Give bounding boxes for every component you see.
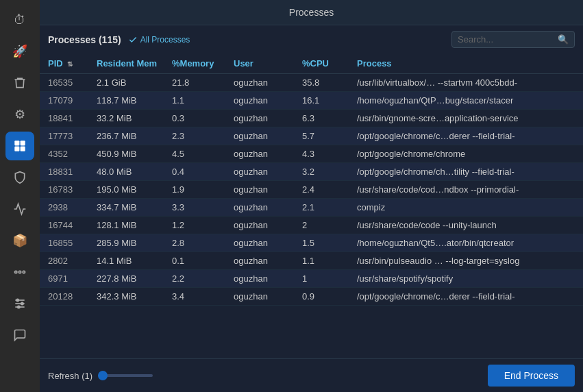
col-header-process[interactable]: Process	[351, 53, 583, 74]
table-row[interactable]: 17079 118.7 MiB 1.1 oguzhan 16.1 /home/o…	[40, 92, 583, 110]
col-header-user[interactable]: User	[228, 53, 297, 74]
cell-memperc: 0.1	[166, 252, 228, 270]
cell-process: /usr/bin/pulseaudio … --log-target=syslo…	[351, 252, 583, 270]
table-row[interactable]: 16744 128.1 MiB 1.2 oguzhan 2 /usr/share…	[40, 217, 583, 234]
cell-pid: 4352	[40, 145, 91, 163]
cell-process: /home/oguzhan/Qt5….ator/bin/qtcreator	[351, 234, 583, 252]
cell-pid: 18841	[40, 110, 91, 127]
table-container[interactable]: PID ⇅ Resident Mem %Memory User %CPU Pro…	[40, 53, 583, 358]
svg-point-9	[18, 306, 20, 308]
cell-cpu: 1	[297, 270, 351, 288]
cell-cpu: 35.8	[297, 74, 351, 92]
refresh-slider[interactable]	[98, 374, 153, 377]
cell-memperc: 2.3	[166, 127, 228, 145]
end-process-button[interactable]: End Process	[488, 365, 575, 387]
sidebar-item-dashboard[interactable]: ⏱	[5, 5, 34, 34]
cell-mem: 227.8 MiB	[91, 270, 166, 288]
cell-process: /usr/bin/gnome-scre…application-service	[351, 110, 583, 127]
cell-mem: 342.3 MiB	[91, 288, 166, 306]
table-row[interactable]: 16855 285.9 MiB 2.8 oguzhan 1.5 /home/og…	[40, 234, 583, 252]
sidebar-item-startup[interactable]: 🚀	[5, 37, 34, 66]
cell-user: oguzhan	[228, 127, 297, 145]
table-row[interactable]: 2938 334.7 MiB 3.3 oguzhan 2.1 compiz	[40, 199, 583, 217]
cell-cpu: 2.1	[297, 199, 351, 217]
cell-process: /opt/google/chrome/c…derer --field-trial…	[351, 288, 583, 306]
cell-mem: 48.0 MiB	[91, 163, 166, 181]
svg-rect-1	[21, 141, 25, 146]
cell-memperc: 4.5	[166, 145, 228, 163]
table-row[interactable]: 18831 48.0 MiB 0.4 oguzhan 3.2 /opt/goog…	[40, 163, 583, 181]
cell-user: oguzhan	[228, 270, 297, 288]
cell-mem: 334.7 MiB	[91, 199, 166, 217]
sidebar-item-settings[interactable]: ⚙	[5, 100, 34, 129]
cell-user: oguzhan	[228, 217, 297, 234]
sidebar-item-menu[interactable]	[5, 258, 34, 286]
toolbar: Processes (115) All Processes 🔍	[40, 25, 583, 53]
table-header-row: PID ⇅ Resident Mem %Memory User %CPU Pro…	[40, 53, 583, 74]
svg-rect-2	[15, 147, 20, 151]
cell-user: oguzhan	[228, 74, 297, 92]
cell-process: compiz	[351, 199, 583, 217]
cell-pid: 16855	[40, 234, 91, 252]
cell-cpu: 4.3	[297, 145, 351, 163]
sidebar-item-messages[interactable]	[5, 321, 34, 350]
table-row[interactable]: 6971 227.8 MiB 2.2 oguzhan 1 /usr/share/…	[40, 270, 583, 288]
cell-user: oguzhan	[228, 288, 297, 306]
cell-process: /usr/share/code/cod…ndbox --primordial-	[351, 181, 583, 199]
search-input[interactable]	[458, 34, 554, 45]
cell-user: oguzhan	[228, 234, 297, 252]
cell-memperc: 0.4	[166, 163, 228, 181]
sidebar-item-packages[interactable]: 📦	[5, 226, 34, 255]
cell-memperc: 0.3	[166, 110, 228, 127]
cell-pid: 17079	[40, 92, 91, 110]
search-box[interactable]: 🔍	[451, 31, 575, 48]
sidebar-item-security[interactable]	[5, 163, 34, 192]
table-row[interactable]: 20128 342.3 MiB 3.4 oguzhan 0.9 /opt/goo…	[40, 288, 583, 306]
svg-point-8	[21, 302, 23, 304]
page-title: Processes	[289, 7, 334, 18]
table-row[interactable]: 16535 2.1 GiB 21.8 oguzhan 35.8 /usr/lib…	[40, 74, 583, 92]
table-row[interactable]: 17773 236.7 MiB 2.3 oguzhan 5.7 /opt/goo…	[40, 127, 583, 145]
cell-cpu: 0.9	[297, 288, 351, 306]
svg-rect-0	[15, 141, 20, 146]
toolbar-left: Processes (115) All Processes	[48, 34, 190, 45]
sidebar-item-cleaner[interactable]	[5, 69, 34, 97]
sidebar-item-controls[interactable]	[5, 289, 34, 318]
cell-cpu: 1.5	[297, 234, 351, 252]
col-header-cpu[interactable]: %CPU	[297, 53, 351, 74]
table-row[interactable]: 16783 195.0 MiB 1.9 oguzhan 2.4 /usr/sha…	[40, 181, 583, 199]
title-bar: Processes	[40, 0, 583, 25]
search-icon: 🔍	[558, 34, 569, 45]
cell-pid: 16783	[40, 181, 91, 199]
table-row[interactable]: 2802 14.1 MiB 0.1 oguzhan 1.1 /usr/bin/p…	[40, 252, 583, 270]
refresh-section: Refresh (1)	[48, 371, 153, 381]
cell-memperc: 1.2	[166, 217, 228, 234]
table-row[interactable]: 18841 33.2 MiB 0.3 oguzhan 6.3 /usr/bin/…	[40, 110, 583, 127]
cell-pid: 2802	[40, 252, 91, 270]
cell-pid: 16744	[40, 217, 91, 234]
cell-cpu: 3.2	[297, 163, 351, 181]
cell-process: /usr/share/code/code --unity-launch	[351, 217, 583, 234]
main-content: Processes Processes (115) All Processes …	[40, 0, 583, 392]
cell-pid: 18831	[40, 163, 91, 181]
cell-memperc: 2.2	[166, 270, 228, 288]
table-row[interactable]: 4352 450.9 MiB 4.5 oguzhan 4.3 /opt/goog…	[40, 145, 583, 163]
cell-cpu: 16.1	[297, 92, 351, 110]
cell-user: oguzhan	[228, 92, 297, 110]
cell-mem: 33.2 MiB	[91, 110, 166, 127]
cell-pid: 6971	[40, 270, 91, 288]
refresh-label: Refresh (1)	[48, 371, 92, 381]
sidebar-item-stats[interactable]	[5, 195, 34, 223]
col-header-memperc[interactable]: %Memory	[166, 53, 228, 74]
cell-mem: 195.0 MiB	[91, 181, 166, 199]
cell-memperc: 1.1	[166, 92, 228, 110]
cell-cpu: 2.4	[297, 181, 351, 199]
sidebar-item-processes[interactable]	[5, 132, 34, 160]
cell-pid: 2938	[40, 199, 91, 217]
cell-mem: 236.7 MiB	[91, 127, 166, 145]
cell-mem: 285.9 MiB	[91, 234, 166, 252]
col-header-mem[interactable]: Resident Mem	[91, 53, 166, 74]
col-header-pid[interactable]: PID ⇅	[40, 53, 91, 74]
all-processes-filter[interactable]: All Processes	[128, 35, 190, 45]
svg-rect-3	[21, 147, 25, 151]
